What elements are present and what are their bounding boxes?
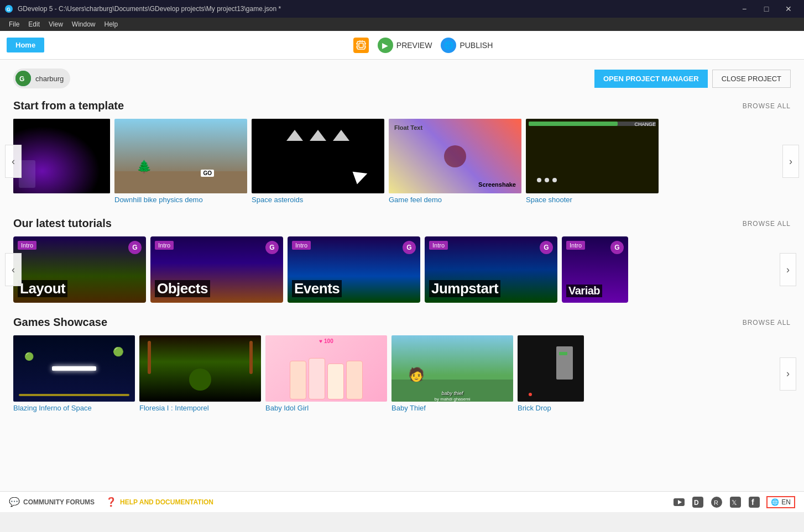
showcase-label-3: Baby Thief <box>391 404 513 412</box>
showcase-card-1[interactable]: Floresia I : Intemporel <box>139 335 261 412</box>
template-card-2[interactable]: Space asteroids <box>252 119 384 204</box>
menu-edit[interactable]: Edit <box>24 20 44 28</box>
showcase-label-4: Brick Drop <box>518 404 584 412</box>
tutorial-card-3[interactable]: Intro G Jumpstart <box>425 236 557 303</box>
tutorials-header: Our latest tutorials BROWSE ALL <box>13 217 791 230</box>
showcase-card-0[interactable]: 🟢 🟢 Blazing Inferno of Space <box>13 335 135 412</box>
svg-rect-2 <box>357 41 365 49</box>
tutorials-carousel-next[interactable]: › <box>780 253 796 286</box>
twitter-icon[interactable]: 𝕏 <box>729 496 742 509</box>
title-bar: G GDevelop 5 - C:\Users\charburg\Documen… <box>0 0 804 18</box>
tutorial-card-4[interactable]: Intro G Variab <box>562 236 628 303</box>
showcase-card-2[interactable]: ♥ 100 Baby Idol Girl <box>265 335 387 412</box>
tut-badge-4: Intro <box>566 241 585 250</box>
tutorials-browse-all[interactable]: BROWSE ALL <box>743 220 791 228</box>
template-card-0[interactable] <box>13 119 110 193</box>
debug-icon[interactable] <box>353 38 369 53</box>
tut-badge-1: Intro <box>155 241 174 250</box>
community-forums-label: COMMUNITY FORUMS <box>23 498 95 506</box>
preview-label: PREVIEW <box>396 41 432 50</box>
showcase-card-4[interactable]: Brick Drop <box>518 335 584 412</box>
home-tab-button[interactable]: Home <box>7 38 44 52</box>
globe-lang-icon: 🌐 <box>771 498 779 506</box>
open-project-manager-button[interactable]: OPEN PROJECT MANAGER <box>594 70 708 88</box>
help-docs-link[interactable]: ❓ HELP AND DOCUMENTATION <box>106 497 213 507</box>
template-card-3[interactable]: Float Text Screenshake Game feel demo <box>389 119 521 204</box>
showcase-card-3[interactable]: 🧑 baby thief by mahdi ghasemi Baby Thief <box>391 335 513 412</box>
menu-view[interactable]: View <box>44 20 67 28</box>
svg-text:𝕏: 𝕏 <box>732 499 737 507</box>
showcase-label-0: Blazing Inferno of Space <box>13 404 135 412</box>
preview-button[interactable]: ▶ PREVIEW <box>378 38 432 53</box>
tutorials-carousel-prev[interactable]: ‹ <box>5 253 22 286</box>
tutorial-card-1[interactable]: Intro G Objects <box>150 236 283 303</box>
template-label-2: Space asteroids <box>252 196 384 204</box>
menu-help[interactable]: Help <box>100 20 123 28</box>
language-label: EN <box>781 498 791 506</box>
showcase-browse-all[interactable]: BROWSE ALL <box>743 319 791 326</box>
youtube-icon[interactable] <box>672 496 686 509</box>
svg-text:G: G <box>7 7 11 12</box>
user-avatar[interactable]: G charburg <box>13 69 70 88</box>
publish-label: PUBLISH <box>460 41 493 50</box>
tut-badge-0: Intro <box>18 241 36 250</box>
menu-file[interactable]: File <box>4 20 24 28</box>
language-button[interactable]: 🌐 EN <box>766 496 795 508</box>
templates-browse-all[interactable]: BROWSE ALL <box>743 102 791 110</box>
facebook-icon[interactable]: f <box>748 496 761 509</box>
toolbar-center: ▶ PREVIEW 🌐 PUBLISH <box>49 38 797 53</box>
tutorials-title: Our latest tutorials <box>13 217 112 230</box>
showcase-carousel-wrapper: ‹ 🟢 🟢 Blazing Inferno of Space <box>13 335 791 412</box>
gdevelop-logo-0: G <box>128 241 142 254</box>
templates-carousel-prev[interactable]: ‹ <box>5 145 22 178</box>
showcase-label-1: Floresia I : Intemporel <box>139 404 261 412</box>
templates-section: Start from a template BROWSE ALL ‹ 🌲 <box>13 99 791 204</box>
close-button[interactable]: ✕ <box>777 0 800 18</box>
minimize-button[interactable]: − <box>733 0 755 18</box>
templates-carousel-wrapper: ‹ 🌲 GO Downhill bike physics demo <box>13 119 791 204</box>
svg-text:D: D <box>694 499 699 507</box>
tutorial-card-0[interactable]: Intro G Layout <box>13 236 146 303</box>
template-label-4: Space shooter <box>526 196 659 204</box>
tutorials-carousel: Intro G Layout Intro G Objects I <box>13 236 791 303</box>
community-icon: 💬 <box>9 497 20 507</box>
templates-header: Start from a template BROWSE ALL <box>13 99 791 112</box>
footer-right: D R 𝕏 f 🌐 EN <box>672 496 795 509</box>
community-forums-link[interactable]: 💬 COMMUNITY FORUMS <box>9 497 95 507</box>
tutorials-section: Our latest tutorials BROWSE ALL ‹ Intro … <box>13 217 791 303</box>
templates-carousel: 🌲 GO Downhill bike physics demo <box>13 119 791 204</box>
tutorial-card-2[interactable]: Intro G Events <box>288 236 420 303</box>
menu-bar: File Edit View Window Help <box>0 18 804 31</box>
user-buttons: OPEN PROJECT MANAGER CLOSE PROJECT <box>594 70 791 88</box>
close-project-button[interactable]: CLOSE PROJECT <box>712 70 791 88</box>
window-controls[interactable]: − □ ✕ <box>733 0 800 18</box>
svg-text:f: f <box>751 498 754 507</box>
template-card-4[interactable]: CHANGE Space shooter <box>526 119 659 204</box>
template-label-3: Game feel demo <box>389 196 521 204</box>
footer: 💬 COMMUNITY FORUMS ❓ HELP AND DOCUMENTAT… <box>0 491 804 512</box>
tut-title-3: Jumpstart <box>429 280 500 297</box>
svg-rect-20 <box>749 497 760 508</box>
showcase-carousel-next[interactable]: › <box>780 357 796 391</box>
templates-carousel-next[interactable]: › <box>782 145 799 178</box>
reddit-icon[interactable]: R <box>710 496 723 509</box>
toolbar: Home ▶ PREVIEW 🌐 PUBLISH <box>0 31 804 60</box>
svg-rect-3 <box>359 43 363 48</box>
showcase-title: Games Showcase <box>13 316 107 329</box>
template-card-1[interactable]: 🌲 GO Downhill bike physics demo <box>114 119 247 204</box>
tut-title-4: Variab <box>566 285 602 297</box>
play-icon: ▶ <box>378 38 393 53</box>
tutorials-carousel-wrapper: ‹ Intro G Layout Intro G Objects <box>13 236 791 303</box>
username-label: charburg <box>35 75 64 83</box>
maximize-button[interactable]: □ <box>755 0 777 18</box>
help-docs-label: HELP AND DOCUMENTATION <box>120 498 213 506</box>
showcase-section: Games Showcase BROWSE ALL ‹ 🟢 🟢 Blazing … <box>13 316 791 412</box>
toolbar-left: Home <box>7 38 44 52</box>
avatar-image: G <box>15 71 31 86</box>
tut-title-0: Layout <box>18 280 67 297</box>
discord-icon[interactable]: D <box>691 496 704 509</box>
gdevelop-logo-4: G <box>610 241 624 254</box>
showcase-label-2: Baby Idol Girl <box>265 404 387 412</box>
menu-window[interactable]: Window <box>67 20 100 28</box>
publish-button[interactable]: 🌐 PUBLISH <box>441 38 493 53</box>
